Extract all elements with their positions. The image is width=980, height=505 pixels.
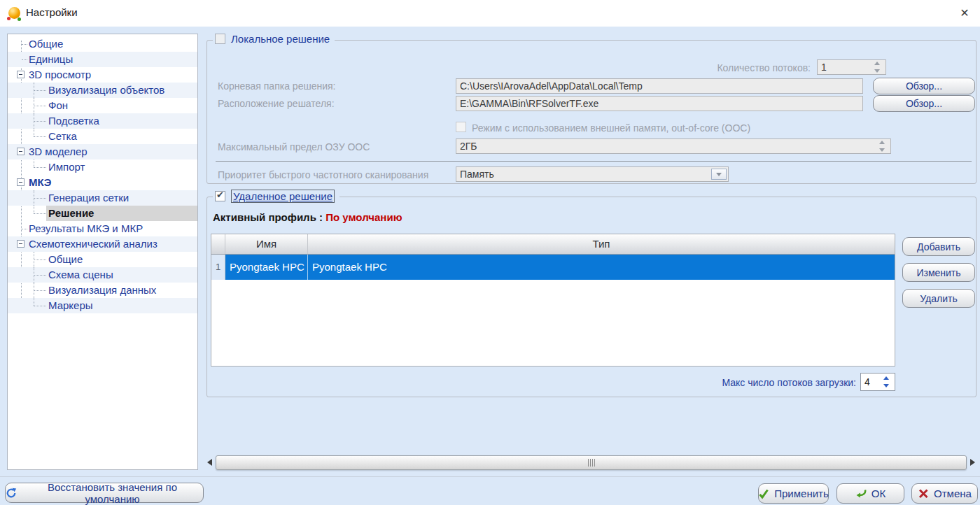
tree-item-vizualizatsiya-obektov[interactable]: Визуализация объектов <box>8 83 197 98</box>
remote-solution-checkbox[interactable] <box>215 191 225 201</box>
window-title: Настройки <box>26 6 78 18</box>
grip-icon <box>588 459 595 467</box>
restore-defaults-button[interactable]: Восстановить значения по умолчанию <box>5 483 204 503</box>
browse-solver-button[interactable]: Обзор... <box>873 95 975 112</box>
chevron-down-icon[interactable] <box>711 169 727 180</box>
remote-solution-title: Удаленное решение <box>231 190 335 203</box>
close-icon[interactable]: ✕ <box>956 5 973 22</box>
ooc-mode-checkbox[interactable] <box>456 122 466 132</box>
refresh-icon <box>6 488 17 499</box>
tree-item-markery[interactable]: Маркеры <box>8 298 197 313</box>
solver-location-label: Расположение решателя: <box>218 98 335 109</box>
table-header: Имя Тип <box>211 234 895 255</box>
tree-collapse-icon[interactable] <box>17 178 24 186</box>
app-logo-icon <box>8 7 20 19</box>
local-solution-checkbox[interactable] <box>215 34 225 44</box>
max-download-threads-stepper[interactable]: 4 <box>860 373 895 391</box>
tree-item-obshchie[interactable]: Общие <box>8 36 197 52</box>
table-row[interactable]: 1 Pyongtaek HPC Pyongtaek HPC <box>211 255 895 280</box>
tree-item-edinitsy[interactable]: Единицы <box>8 52 197 67</box>
local-solution-group: Локальное решение Количество потоков: 1 … <box>206 40 976 184</box>
threads-count-stepper[interactable]: 1 <box>817 59 886 75</box>
spinner-buttons-icon[interactable] <box>874 62 883 73</box>
tree-item-3d-modeler[interactable]: 3D моделер <box>8 144 197 159</box>
green-arrow-icon <box>855 488 867 499</box>
root-folder-label: Корневая папка решения: <box>218 80 335 92</box>
tree-item-reshenie[interactable]: Решение <box>8 206 197 221</box>
settings-dialog: Настройки ✕ Общие Единицы 3D просмотр Ви… <box>0 0 980 505</box>
column-header-name[interactable]: Имя <box>225 234 308 254</box>
tree-item-setka[interactable]: Сетка <box>8 129 197 144</box>
local-solution-header: Локальное решение <box>213 33 335 45</box>
edit-profile-button[interactable]: Изменить <box>902 263 975 282</box>
ram-limit-label: Максимальный предел ОЗУ OOC <box>218 141 370 152</box>
tree-item-obshchie-2[interactable]: Общие <box>8 252 197 267</box>
column-header-type[interactable]: Тип <box>308 234 895 254</box>
tree-item-generatsiya-setki[interactable]: Генерация сетки <box>8 190 197 206</box>
add-profile-button[interactable]: Добавить <box>902 237 975 256</box>
root-folder-field[interactable]: C:\Users\IArovaAdel\AppData\Local\Temp <box>456 78 863 94</box>
horizontal-scrollbar[interactable] <box>205 454 977 471</box>
ooc-mode-label: Режим с использованием внешней памяти, o… <box>472 122 750 134</box>
ram-limit-stepper[interactable]: 2ГБ <box>456 138 891 154</box>
divider <box>0 476 980 477</box>
tree-item-mke[interactable]: МКЭ <box>8 175 197 190</box>
title-bar: Настройки ✕ <box>0 0 980 27</box>
max-download-threads-label: Макс число потоков загрузки: <box>487 377 856 388</box>
divider <box>216 161 972 162</box>
local-solution-title: Локальное решение <box>231 33 330 45</box>
tree-item-vizualizatsiya-dannykh[interactable]: Визуализация данных <box>8 283 197 298</box>
active-profile-value: По умолчанию <box>326 211 402 223</box>
scroll-right-icon[interactable] <box>968 454 977 471</box>
solver-location-field[interactable]: E:\GAMMA\Bin\RFSolverTF.exe <box>456 96 863 111</box>
tree-item-3d-prosmotr[interactable]: 3D просмотр <box>8 67 197 83</box>
row-number-header[interactable] <box>211 234 225 254</box>
scroll-left-icon[interactable] <box>205 454 214 471</box>
tree-item-fon[interactable]: Фон <box>8 98 197 113</box>
tree-collapse-icon[interactable] <box>17 71 24 78</box>
tree-collapse-icon[interactable] <box>17 240 24 248</box>
tree-item-podsvetka[interactable]: Подсветка <box>8 113 197 129</box>
tree-collapse-icon[interactable] <box>17 148 24 155</box>
scan-priority-select[interactable]: Память <box>456 166 729 182</box>
browse-root-folder-button[interactable]: Обзор... <box>873 78 975 94</box>
threads-count-label: Количество потоков: <box>207 62 811 73</box>
ok-button[interactable]: ОК <box>836 483 904 504</box>
remote-solution-header: Удаленное решение <box>213 190 340 203</box>
scan-priority-label: Приоритет быстрого частотного сканирован… <box>218 169 428 180</box>
profiles-table: Имя Тип 1 Pyongtaek HPC Pyongtaek HPC <box>211 234 895 367</box>
spinner-buttons-icon[interactable] <box>883 376 892 387</box>
tree-item-skhemotekhnicheskiy-analiz[interactable]: Схемотехнический анализ <box>8 236 197 252</box>
cancel-button[interactable]: Отмена <box>911 483 978 504</box>
apply-button[interactable]: Применить <box>758 483 829 504</box>
red-x-icon <box>918 488 929 499</box>
scrollbar-thumb[interactable] <box>216 455 967 470</box>
spinner-buttons-icon[interactable] <box>879 141 888 152</box>
tree-item-skhema-stseny[interactable]: Схема сцены <box>8 267 197 283</box>
tree-item-import[interactable]: Импорт <box>8 159 197 175</box>
remote-solution-group: Удаленное решение Активный профиль : По … <box>206 197 976 397</box>
active-profile: Активный профиль : По умолчанию <box>213 211 402 223</box>
tree-item-rezultaty-mke-i-mkr[interactable]: Результаты МКЭ и МКР <box>8 221 197 236</box>
delete-profile-button[interactable]: Удалить <box>902 289 975 308</box>
check-icon <box>758 488 769 499</box>
settings-tree: Общие Единицы 3D просмотр Визуализация о… <box>7 34 198 470</box>
